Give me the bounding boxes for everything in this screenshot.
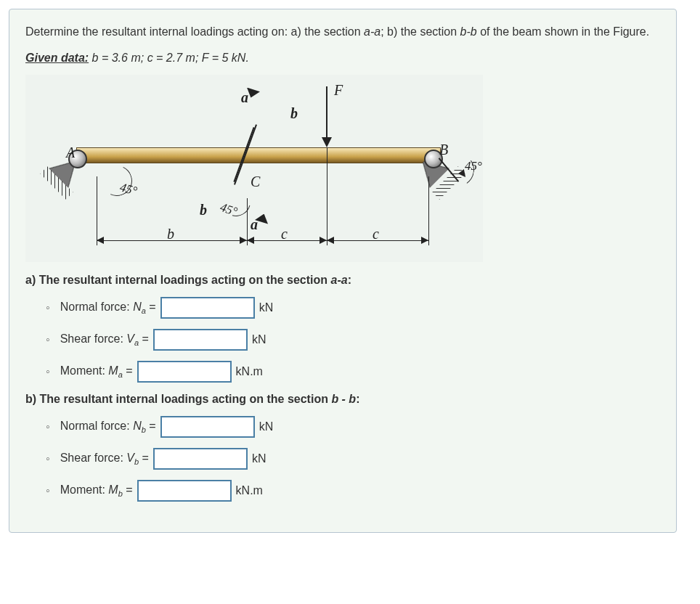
dim-c2-label: c: [373, 226, 379, 242]
beam-body: [76, 147, 441, 163]
section-bb-ref: b-b: [460, 25, 477, 38]
unit-Nb: kN: [259, 420, 274, 433]
unit-Mb: kN.m: [236, 484, 263, 497]
ext-line-A: [97, 176, 97, 245]
part-a-heading: a) The resultant internal loadings actin…: [25, 274, 660, 287]
ext-line-F: [327, 147, 327, 245]
input-Va[interactable]: [153, 329, 248, 351]
input-Ma[interactable]: [137, 361, 232, 383]
label-a-top: a: [241, 89, 248, 106]
unit-Va: kN: [252, 333, 266, 346]
label-b-bot: b: [200, 202, 207, 219]
answer-row-Ma: Moment: Ma = kN.m: [46, 361, 660, 383]
part-b-answers: Normal force: Nb = kN Shear force: Vb = …: [25, 416, 660, 502]
answer-row-Mb: Moment: Mb = kN.m: [46, 480, 660, 502]
label-moment-b: Moment: Mb =: [60, 483, 133, 498]
label-45-left: 45°: [118, 180, 139, 198]
label-A: A: [66, 144, 75, 161]
ext-line-B: [428, 176, 429, 245]
answer-row-Vb: Shear force: Vb = kN: [46, 448, 660, 470]
section-aa-arrow-top: [247, 88, 260, 98]
input-Na[interactable]: [160, 297, 255, 319]
part-b-heading-text-2: :: [356, 393, 359, 405]
force-arrow: [326, 86, 327, 146]
answer-row-Nb: Normal force: Nb = kN: [46, 416, 660, 438]
label-moment-a: Moment: Ma =: [60, 364, 133, 379]
label-C: C: [251, 174, 260, 190]
label-b-top: b: [290, 105, 298, 122]
unit-Ma: kN.m: [236, 365, 263, 378]
part-a-heading-text-1: a) The resultant internal loadings actin…: [25, 274, 331, 286]
input-Mb[interactable]: [137, 480, 232, 502]
label-shear-b: Shear force: Vb =: [60, 452, 149, 466]
input-Vb[interactable]: [153, 448, 248, 470]
prompt-text-1: Determine the resultant internal loading…: [25, 25, 364, 38]
question-panel: Determine the resultant internal loading…: [9, 9, 677, 533]
beam-figure: A B F a a b b C 45° 45° 45°: [25, 75, 483, 262]
answer-row-Va: Shear force: Va = kN: [46, 329, 660, 351]
dim-b-label: b: [167, 226, 174, 242]
section-aa-ref: a-a: [364, 25, 380, 38]
unit-Na: kN: [259, 301, 274, 314]
label-shear-a: Shear force: Va =: [60, 332, 149, 347]
label-normal-a: Normal force: Na =: [60, 301, 156, 315]
unit-Vb: kN: [252, 452, 266, 465]
label-45-right: 45°: [465, 159, 482, 174]
part-b-heading-text-1: b) The resultant internal loadings actin…: [25, 393, 331, 405]
label-normal-b: Normal force: Nb =: [60, 420, 156, 434]
part-b-heading: b) The resultant internal loadings actin…: [25, 393, 660, 406]
question-prompt: Determine the resultant internal loading…: [25, 23, 660, 41]
part-a-heading-text-2: :: [348, 274, 351, 286]
given-label: Given data:: [25, 52, 89, 64]
prompt-text-3: of the beam shown in the Figure.: [477, 25, 649, 38]
dim-c1-label: c: [281, 226, 288, 242]
part-a-answers: Normal force: Na = kN Shear force: Va = …: [25, 297, 660, 383]
given-data: Given data: b = 3.6 m; c = 2.7 m; F = 5 …: [25, 52, 660, 65]
prompt-text-2: ; b) the section: [380, 25, 460, 38]
part-b-section-ref: b - b: [331, 393, 356, 405]
part-a-section-ref: a-a: [331, 274, 348, 286]
input-Nb[interactable]: [160, 416, 255, 438]
label-a-bot: a: [251, 216, 258, 233]
label-F: F: [334, 82, 343, 99]
answer-row-Na: Normal force: Na = kN: [46, 297, 660, 319]
label-B: B: [439, 142, 448, 158]
given-values: b = 3.6 m; c = 2.7 m; F = 5 kN.: [89, 52, 249, 64]
